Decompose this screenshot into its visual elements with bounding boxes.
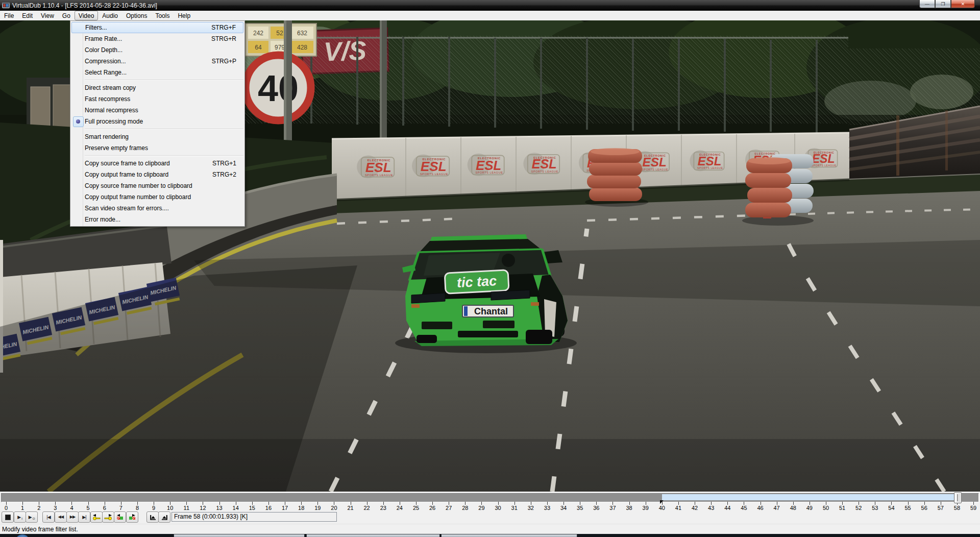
timetable-sign: 242 632 64 52 979 428	[245, 23, 316, 56]
taskbar-item[interactable]	[441, 534, 577, 537]
menu-item-color-depth[interactable]: Color Depth...	[71, 44, 243, 56]
menu-item-copy-source-frame-number-to-clipboard[interactable]: Copy source frame number to clipboard	[71, 180, 243, 191]
next-scene-button[interactable]	[126, 511, 138, 523]
go-start-button[interactable]: |◀	[42, 511, 55, 523]
menu-item-shortcut: STRG+2	[212, 171, 243, 178]
minimize-icon: —	[925, 2, 929, 7]
prev-keyframe-button[interactable]	[90, 511, 103, 523]
play-output-icon: ▶O	[29, 515, 35, 520]
svg-text:Chantal: Chantal	[474, 306, 508, 316]
menubar-item-view[interactable]: View	[37, 11, 58, 20]
menubar-item-help[interactable]: Help	[174, 11, 194, 20]
title-bar[interactable]: VirtualDub 1.10.4 - [LFS 2014-05-28 22-1…	[0, 0, 980, 11]
menu-item-select-range[interactable]: Select Range...	[71, 67, 243, 78]
menu-item-label: Preserve empty frames	[85, 144, 236, 152]
race-car: tic tac Chantal	[395, 234, 577, 353]
taskbar-sliver[interactable]	[0, 534, 980, 537]
menu-item-shortcut: STRG+1	[212, 160, 243, 167]
menu-item-copy-output-frame-number-to-clipboard[interactable]: Copy output frame number to clipboard	[71, 191, 243, 203]
go-end-button[interactable]: ▶|	[78, 511, 90, 523]
menubar-item-go[interactable]: Go	[58, 11, 75, 20]
menu-item-label: Full processing mode	[85, 118, 236, 125]
virtualdub-window: VirtualDub 1.10.4 - [LFS 2014-05-28 22-1…	[0, 0, 980, 537]
menubar-item-file[interactable]: File	[0, 11, 18, 20]
menu-item-label: Direct stream copy	[85, 84, 236, 91]
menu-item-label: Normal recompress	[85, 107, 236, 114]
go-start-icon: |◀	[46, 515, 50, 520]
app-icon	[2, 2, 10, 9]
scene-next-icon	[128, 514, 136, 520]
menu-item-smart-rendering[interactable]: Smart rendering	[71, 131, 243, 142]
scene-prev-icon	[116, 514, 124, 520]
window-title: VirtualDub 1.10.4 - [LFS 2014-05-28 22-1…	[12, 2, 157, 9]
menu-item-label: Frame Rate...	[85, 35, 211, 42]
menu-item-label: Copy source frame to clipboard	[85, 160, 212, 167]
next-keyframe-button[interactable]	[102, 511, 114, 523]
key-next-icon	[104, 514, 112, 520]
minimize-button[interactable]: —	[919, 0, 935, 8]
svg-text:tic tac: tic tac	[456, 273, 497, 290]
menu-item-error-mode[interactable]: Error mode...	[71, 214, 243, 225]
menu-item-label: Scan video stream for errors....	[85, 205, 236, 212]
mark-in-button[interactable]	[146, 511, 159, 523]
menubar-item-edit[interactable]: Edit	[18, 11, 37, 20]
start-orb-icon[interactable]	[15, 534, 30, 537]
menu-item-compression[interactable]: Compression...STRG+P	[71, 56, 243, 67]
menu-bar: FileEditViewGoVideoAudioOptionsToolsHelp	[0, 11, 980, 21]
menu-item-copy-output-frame-to-clipboard[interactable]: Copy output frame to clipboardSTRG+2	[71, 169, 243, 180]
menu-item-frame-rate[interactable]: Frame Rate...STRG+R	[71, 33, 243, 44]
menu-item-label: Copy output frame to clipboard	[85, 171, 212, 178]
menubar-item-options[interactable]: Options	[122, 11, 151, 20]
menu-item-filters[interactable]: Filters...STRG+F	[71, 22, 243, 33]
menu-item-label: Error mode...	[85, 216, 236, 223]
status-text: Modify video frame filter list.	[2, 526, 78, 533]
menu-item-full-processing-mode[interactable]: Full processing mode	[71, 116, 243, 127]
menu-item-copy-source-frame-to-clipboard[interactable]: Copy source frame to clipboardSTRG+1	[71, 158, 243, 169]
mark-out-icon	[161, 515, 168, 520]
mark-out-button[interactable]	[158, 511, 170, 523]
play-output-button[interactable]: ▶O	[26, 511, 38, 523]
menu-item-scan-video-stream-for-errors[interactable]: Scan video stream for errors....	[71, 203, 243, 214]
taskbar-item[interactable]	[306, 534, 440, 537]
svg-text:52: 52	[276, 30, 283, 37]
selection-range	[662, 494, 957, 500]
menu-item-preserve-empty-frames[interactable]: Preserve empty frames	[71, 142, 243, 154]
play-input-icon: ▶I	[17, 515, 22, 520]
menu-item-label: Select Range...	[85, 69, 236, 76]
prev-scene-button[interactable]	[114, 511, 126, 523]
video-menu-dropdown: Filters...STRG+FFrame Rate...STRG+RColor…	[70, 20, 245, 227]
menu-item-label: Compression...	[85, 58, 212, 65]
svg-text:64: 64	[255, 44, 262, 51]
stop-icon	[5, 515, 11, 520]
menu-item-direct-stream-copy[interactable]: Direct stream copy	[71, 82, 243, 93]
restore-button[interactable]: ❐	[935, 0, 951, 8]
menu-item-label: Copy source frame number to clipboard	[85, 182, 236, 189]
backward-button[interactable]: ◀◀	[55, 511, 67, 523]
menu-item-fast-recompress[interactable]: Fast recompress	[71, 93, 243, 105]
menu-item-label: Fast recompress	[85, 95, 236, 103]
close-button[interactable]: ✕	[951, 0, 975, 8]
menubar-item-audio[interactable]: Audio	[98, 11, 122, 20]
status-bar: Modify video frame filter list.	[0, 524, 980, 534]
stop-button[interactable]	[2, 511, 14, 523]
forward-button[interactable]: ▶▶	[66, 511, 79, 523]
close-icon: ✕	[961, 2, 965, 7]
svg-text:40: 40	[258, 68, 299, 109]
menu-item-normal-recompress[interactable]: Normal recompress	[71, 105, 243, 116]
frame-position-field: Frame 58 (0:00:01.933) [K]	[172, 512, 337, 522]
svg-text:242: 242	[253, 30, 263, 37]
backward-icon: ◀◀	[58, 515, 63, 520]
menu-item-label: Smart rendering	[85, 133, 236, 140]
mark-in-indicator	[660, 500, 664, 504]
tire-stack-left	[585, 148, 648, 207]
play-input-button[interactable]: ▶I	[14, 511, 26, 523]
taskbar-item[interactable]	[174, 534, 305, 537]
seek-thumb[interactable]	[954, 492, 962, 503]
forward-icon: ▶▶	[70, 515, 75, 520]
menu-separator	[85, 80, 243, 81]
menubar-item-video[interactable]: Video	[75, 11, 98, 20]
menu-separator	[85, 129, 243, 130]
menu-item-label: Copy output frame number to clipboard	[85, 193, 236, 201]
menubar-item-tools[interactable]: Tools	[151, 11, 174, 20]
svg-text:979: 979	[275, 44, 285, 51]
